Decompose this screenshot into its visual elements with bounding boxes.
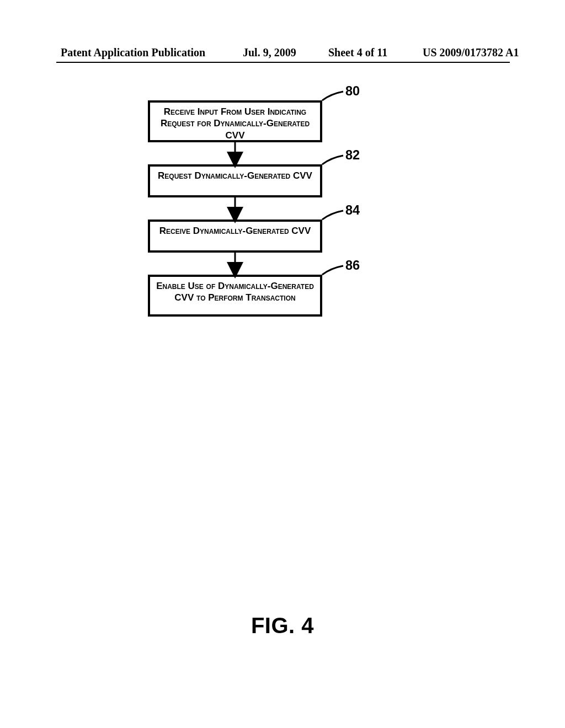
flowchart: Receive Input From User Indicating Reque…: [0, 77, 565, 353]
page: Patent Application Publication Jul. 9, 2…: [0, 0, 565, 728]
header-date: Jul. 9, 2009: [243, 46, 296, 59]
flowchart-connectors: [0, 77, 565, 353]
header-docnum: US 2009/0173782 A1: [423, 46, 519, 59]
figure-label: FIG. 4: [0, 613, 565, 638]
leader-line: [322, 156, 343, 164]
header-publication: Patent Application Publication: [61, 46, 205, 59]
leader-line: [322, 266, 343, 275]
leader-line: [322, 211, 343, 220]
leader-line: [322, 92, 343, 100]
header-rule: [56, 62, 510, 63]
header-sheet: Sheet 4 of 11: [328, 46, 387, 59]
